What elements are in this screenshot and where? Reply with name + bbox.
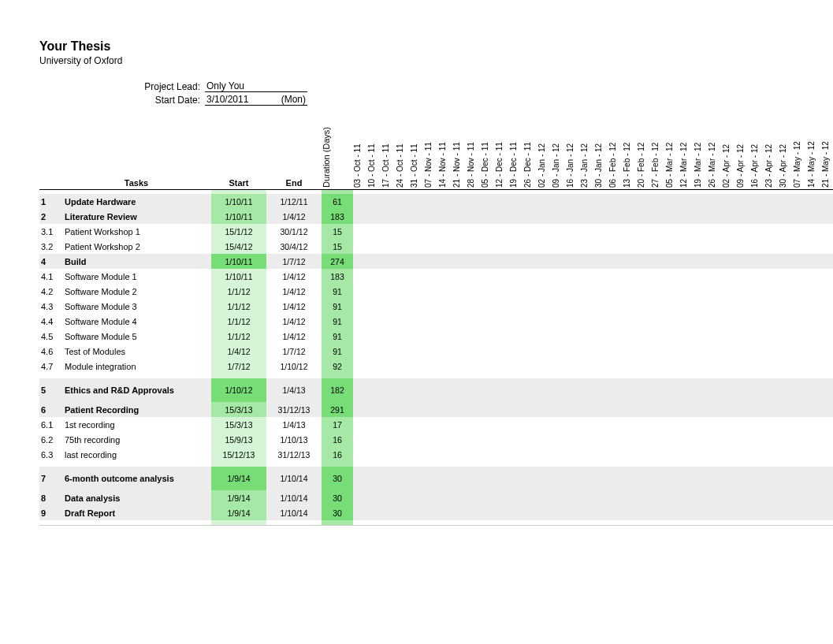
start-date-label: Start Date: [39, 95, 205, 106]
table-row: 6.275th recording15/9/131/10/1316 [39, 432, 833, 447]
date-header: 16 - Apr - 12 [750, 110, 764, 189]
date-header: 24 - Oct - 11 [396, 110, 410, 189]
start-date-value[interactable]: 3/10/2011 (Mon) [205, 94, 307, 106]
date-header: 09 - Jan - 12 [552, 110, 566, 189]
date-header: 10 - Oct - 11 [367, 110, 381, 189]
date-header: 12 - Mar - 12 [679, 110, 694, 189]
date-header: 14 - May - 12 [807, 110, 821, 189]
date-header: 06 - Feb - 12 [608, 110, 623, 189]
table-row: 6Patient Recording15/3/1331/12/13291 [39, 402, 833, 417]
date-header: 19 - Mar - 12 [694, 110, 708, 189]
date-header: 07 - Nov - 11 [424, 110, 438, 189]
table-row: 76-month outcome analysis1/9/141/10/1430 [39, 467, 833, 490]
table-row: 4.6Test of Modules1/4/121/7/1291 [39, 344, 833, 359]
table-row: 2Literature Review1/10/111/4/12183 [39, 209, 833, 224]
date-header: 02 - Apr - 12 [722, 110, 736, 189]
date-header: 31 - Oct - 11 [410, 110, 424, 189]
date-header: 12 - Dec - 11 [495, 110, 509, 189]
date-header: 30 - Apr - 12 [779, 110, 793, 189]
date-header: 16 - Jan - 12 [566, 110, 580, 189]
table-row: 4.2Software Module 21/1/121/4/1291 [39, 284, 833, 299]
gantt-table: Tasks Start End Duration (Days) 03 - Oct… [39, 110, 833, 526]
table-row: 4.3Software Module 31/1/121/4/1291 [39, 299, 833, 314]
col-start: Start [211, 110, 266, 189]
date-header: 19 - Dec - 11 [509, 110, 523, 189]
date-header: 26 - Mar - 12 [708, 110, 722, 189]
col-tasks: Tasks [61, 110, 211, 189]
table-row: 1Update Hardware1/10/111/12/1161 [39, 194, 833, 209]
table-row: 4.4Software Module 41/1/121/4/1291 [39, 314, 833, 329]
date-header: 13 - Feb - 12 [623, 110, 637, 189]
table-row: 4Build1/10/111/7/12274 [39, 254, 833, 269]
table-row: 4.7Module integration1/7/121/10/1292 [39, 359, 833, 374]
date-header: 05 - Dec - 11 [481, 110, 495, 189]
table-row: 6.3last recording15/12/1331/12/1316 [39, 447, 833, 462]
table-row: 6.11st recording15/3/131/4/1317 [39, 417, 833, 432]
date-header: 23 - Apr - 12 [764, 110, 779, 189]
page-subtitle: University of Oxford [39, 55, 794, 66]
date-header: 30 - Jan - 12 [594, 110, 608, 189]
col-duration: Duration (Days) [322, 110, 353, 189]
table-row: 9Draft Report1/9/141/10/1430 [39, 505, 833, 520]
table-row: 3.1Patient Workshop 115/1/1230/1/1215 [39, 224, 833, 239]
project-lead-label: Project Lead: [39, 81, 205, 92]
date-header: 23 - Jan - 12 [580, 110, 594, 189]
date-header: 03 - Oct - 11 [353, 110, 367, 189]
table-row: 5Ethics and R&D Approvals1/10/121/4/1318… [39, 378, 833, 402]
project-lead-value[interactable]: Only You [205, 80, 307, 92]
date-header: 05 - Mar - 12 [665, 110, 679, 189]
date-header: 17 - Oct - 11 [381, 110, 396, 189]
date-header: 20 - Feb - 12 [637, 110, 651, 189]
date-header: 07 - May - 12 [793, 110, 807, 189]
page-title: Your Thesis [39, 39, 794, 54]
date-header: 28 - Nov - 11 [467, 110, 481, 189]
table-row: 3.2Patient Workshop 215/4/1230/4/1215 [39, 239, 833, 254]
date-header: 21 - Nov - 11 [452, 110, 467, 189]
date-header: 14 - Nov - 11 [438, 110, 452, 189]
date-header: 27 - Feb - 12 [651, 110, 665, 189]
date-header: 09 - Apr - 12 [736, 110, 750, 189]
table-row: 4.5Software Module 51/1/121/4/1291 [39, 329, 833, 344]
table-row: 4.1Software Module 11/10/111/4/12183 [39, 269, 833, 284]
table-row: 8Data analysis1/9/141/10/1430 [39, 490, 833, 505]
date-header: 26 - Dec - 11 [523, 110, 537, 189]
date-header: 02 - Jan - 12 [537, 110, 552, 189]
col-end: End [266, 110, 322, 189]
date-header: 21 - May - 12 [821, 110, 833, 189]
